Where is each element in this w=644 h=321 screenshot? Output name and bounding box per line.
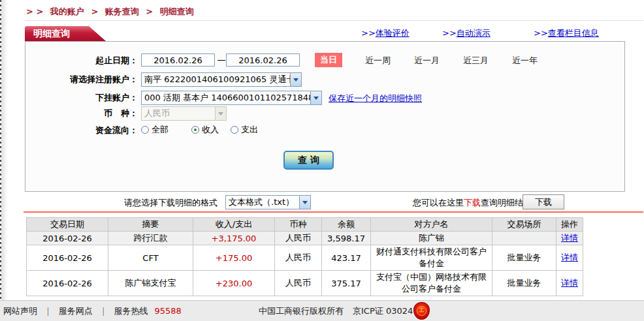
radio-icon[interactable] bbox=[191, 126, 199, 134]
quick-range-month-button[interactable]: 近一月 bbox=[414, 55, 440, 67]
breadcrumb-item-my-account[interactable]: 我的账户 bbox=[50, 7, 84, 16]
flow-radio-all[interactable]: 全部 bbox=[141, 124, 169, 136]
col-header-action: 操作 bbox=[556, 218, 583, 232]
currency-value: 人民币 bbox=[142, 108, 215, 119]
quick-range-today-button[interactable]: 当日 bbox=[315, 53, 342, 67]
col-header-summary: 摘要 bbox=[108, 218, 193, 232]
footer-separator: ｜ bbox=[44, 305, 52, 317]
quick-range-year-button[interactable]: 近一年 bbox=[512, 55, 538, 67]
chevron-down-icon[interactable] bbox=[290, 73, 301, 86]
currency-label: 币 种： bbox=[25, 108, 138, 119]
flow-radio-expense-label: 支出 bbox=[241, 124, 258, 136]
frame-left-shadow bbox=[1, 0, 7, 300]
sub-account-label: 下挂账户： bbox=[25, 92, 138, 104]
download-format-value: 文本格式（.txt） bbox=[226, 196, 299, 208]
cell-currency: 人民币 bbox=[275, 271, 322, 296]
site-statement-link[interactable]: 网站声明 bbox=[3, 305, 37, 317]
breadcrumb-item-account-query[interactable]: 账务查询 bbox=[105, 7, 139, 16]
col-header-date: 交易日期 bbox=[27, 218, 108, 232]
cell-balance: 375.17 bbox=[322, 271, 371, 296]
detail-link[interactable]: 详情 bbox=[561, 278, 578, 288]
cell-currency: 人民币 bbox=[275, 245, 322, 271]
chevron-down-icon[interactable] bbox=[310, 91, 321, 104]
footer-links: 网站声明 ｜ 服务网点 ｜ 服务热线 95588 bbox=[3, 301, 182, 321]
breadcrumb-separator: > bbox=[146, 7, 153, 16]
table-row: 2016-02-26 跨行汇款 +3,175.00 人民币 3,598.17 陈… bbox=[27, 232, 583, 245]
service-hotline-number: 95588 bbox=[154, 306, 181, 316]
cell-currency: 人民币 bbox=[275, 232, 322, 245]
table-header-row: 交易日期 摘要 收入/支出 币种 余额 对方户名 交易场所 操作 bbox=[27, 218, 583, 232]
results-divider-line bbox=[24, 211, 643, 213]
cell-venue bbox=[492, 232, 556, 245]
query-button[interactable]: 查 询 bbox=[283, 151, 334, 170]
registered-account-label: 请选择注册账户： bbox=[25, 74, 138, 85]
transactions-table: 交易日期 摘要 收入/支出 币种 余额 对方户名 交易场所 操作 2016-02… bbox=[26, 217, 583, 296]
quick-range-3month-button[interactable]: 近三月 bbox=[463, 55, 489, 67]
date-from-input[interactable] bbox=[141, 54, 215, 67]
cell-amount: +230.00 bbox=[193, 271, 275, 296]
registered-account-select[interactable]: 南平 6222001406100921065 灵通卡 bbox=[141, 72, 302, 87]
tab-detail-query[interactable]: 明细查询 bbox=[25, 26, 106, 41]
cell-counterparty: 陈广锦 bbox=[371, 232, 492, 245]
table-row: 2016-02-26 CFT +175.00 人民币 423.17 财付通支付科… bbox=[27, 245, 583, 271]
link-arrows: >> bbox=[534, 28, 548, 38]
date-range-label: 起止日期： bbox=[25, 55, 138, 67]
flow-radio-income[interactable]: 收入 bbox=[191, 124, 219, 136]
detail-query-page: > > 我的账户 > 账务查询 > 明细查询 明细查询 >>体验评价 >>自动演… bbox=[0, 0, 644, 321]
registered-account-value: 南平 6222001406100921065 灵通卡 bbox=[142, 74, 290, 85]
view-column-info-link[interactable]: >>查看栏目信息 bbox=[534, 27, 599, 39]
footer-copyright: 中国工商银行版权所有 京ICP证 030247号 bbox=[259, 301, 427, 321]
col-header-counterparty: 对方户名 bbox=[371, 218, 492, 232]
radio-icon[interactable] bbox=[231, 126, 238, 134]
download-format-select[interactable]: 文本格式（.txt） bbox=[225, 195, 311, 209]
fund-flow-label: 资金流向： bbox=[25, 125, 138, 136]
footer-bar: 网站声明 ｜ 服务网点 ｜ 服务热线 95588 中国工商银行版权所有 京ICP… bbox=[0, 300, 644, 321]
cell-date: 2016-02-26 bbox=[27, 245, 108, 271]
cell-date: 2016-02-26 bbox=[27, 232, 108, 245]
breadcrumb-item-detail-query: 明细查询 bbox=[160, 7, 194, 16]
cell-venue: 批量业务 bbox=[492, 271, 556, 296]
link-arrows: >> bbox=[442, 28, 457, 38]
footer-separator: ｜ bbox=[99, 305, 108, 317]
quick-range-week-button[interactable]: 近一周 bbox=[365, 55, 391, 67]
experience-rating-link[interactable]: >>体验评价 bbox=[361, 27, 410, 39]
detail-link[interactable]: 详情 bbox=[561, 252, 578, 262]
date-to-input[interactable] bbox=[226, 54, 300, 67]
detail-link[interactable]: 详情 bbox=[561, 233, 578, 243]
sub-account-value: 000 活期 基本户 1406600101102571848 bbox=[142, 92, 310, 104]
download-hint-link[interactable]: 下载 bbox=[464, 198, 481, 207]
icbc-seal-icon: 工 bbox=[413, 302, 430, 320]
currency-select-disabled: 人民币 bbox=[141, 106, 227, 121]
header-divider bbox=[25, 20, 643, 21]
chevron-down-icon[interactable] bbox=[299, 196, 310, 209]
cell-counterparty: 财付通支付科技有限公司客户备付金 bbox=[371, 245, 492, 271]
cell-venue: 批量业务 bbox=[492, 245, 556, 271]
date-range-dash: — bbox=[217, 55, 226, 65]
auto-demo-link[interactable]: >>自动演示 bbox=[442, 27, 491, 39]
cell-balance: 3,598.17 bbox=[322, 232, 371, 245]
cell-summary: 跨行汇款 bbox=[108, 232, 193, 245]
service-hotline-label: 服务热线 bbox=[114, 305, 148, 317]
cell-amount: +175.00 bbox=[193, 245, 275, 271]
cell-counterparty: 支付宝（中国）网络技术有限公司客户备付金 bbox=[371, 271, 492, 296]
flow-radio-expense[interactable]: 支出 bbox=[231, 124, 258, 136]
radio-icon[interactable] bbox=[141, 126, 149, 134]
breadcrumb-separator: > bbox=[91, 7, 98, 16]
col-header-currency: 币种 bbox=[275, 218, 322, 232]
breadcrumb-prefix: > > bbox=[26, 7, 43, 16]
download-hint-pre: 您可以在这里 bbox=[413, 198, 464, 207]
copyright-text: 中国工商银行版权所有 bbox=[259, 305, 344, 317]
cell-summary: 陈广锦支付宝 bbox=[108, 271, 193, 296]
cell-summary: CFT bbox=[108, 245, 193, 271]
cell-balance: 423.17 bbox=[322, 245, 371, 271]
cell-amount: +3,175.00 bbox=[193, 232, 275, 245]
link-arrows: >> bbox=[361, 28, 376, 38]
save-monthly-snapshot-link[interactable]: 保存近一个月的明细快照 bbox=[329, 93, 422, 104]
download-format-label: 请您选择下载明细的格式 bbox=[124, 197, 217, 209]
download-hint: 您可以在这里下载查询明细结果 bbox=[413, 197, 532, 209]
download-button[interactable]: 下载 bbox=[523, 194, 564, 209]
service-outlets-link[interactable]: 服务网点 bbox=[59, 305, 93, 317]
chevron-down-icon bbox=[215, 107, 226, 120]
sub-account-select[interactable]: 000 活期 基本户 1406600101102571848 bbox=[141, 91, 322, 105]
table-row: 2016-02-26 陈广锦支付宝 +230.00 人民币 375.17 支付宝… bbox=[27, 271, 583, 296]
